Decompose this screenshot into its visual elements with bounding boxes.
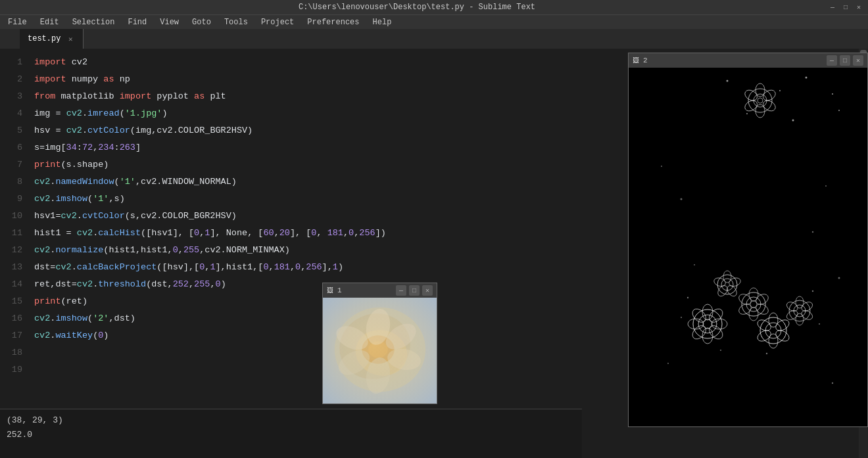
code-line-16: cv2.imshow('2',dst) (34, 310, 582, 327)
svg-point-75 (812, 290, 813, 292)
svg-point-76 (819, 323, 820, 325)
code-line-4: img = cv2.imread('1.jpg') (34, 105, 582, 122)
tab-test-py[interactable]: test.py ✕ (20, 29, 84, 49)
minimize-button[interactable]: — (829, 3, 836, 11)
window1[interactable]: 🖼 1 — □ ✕ (322, 283, 437, 404)
svg-point-77 (720, 350, 721, 351)
svg-point-84 (838, 277, 840, 279)
code-line-13: dst=cv2.calcBackProject([hsv],[0,1],hist… (34, 259, 582, 276)
menu-preferences[interactable]: Preferences (302, 16, 364, 28)
window1-content (323, 298, 437, 403)
code-line-19 (34, 361, 582, 378)
code-line-6: s=img[34:72,234:263] (34, 139, 582, 156)
window2-controls: — □ ✕ (827, 55, 863, 66)
code-line-11: hist1 = cv2.calcHist([hsv1], [0,1], None… (34, 225, 582, 242)
svg-point-24 (779, 90, 781, 91)
svg-point-82 (812, 231, 813, 233)
window1-close[interactable]: ✕ (422, 285, 433, 296)
menu-goto[interactable]: Goto (187, 16, 216, 28)
code-line-7: print(s.shape) (34, 156, 582, 173)
menu-help[interactable]: Help (368, 16, 397, 28)
svg-point-81 (825, 185, 827, 187)
window1-maximize[interactable]: □ (409, 285, 420, 296)
window2-image (629, 68, 867, 426)
svg-point-26 (832, 93, 833, 95)
window1-icon: 🖼 (327, 286, 333, 294)
line-numbers: 12345 678910 1112131415 16171819 (0, 49, 28, 458)
code-line-3: from matplotlib import pyplot as plt (34, 88, 582, 105)
tab-close-button[interactable]: ✕ (66, 34, 75, 43)
window2[interactable]: 🖼 2 — □ ✕ (628, 53, 868, 427)
menu-tools[interactable]: Tools (219, 16, 253, 28)
svg-point-79 (661, 166, 662, 167)
window2-maximize[interactable]: □ (840, 55, 850, 66)
svg-point-85 (667, 363, 669, 364)
tab-bar: ▸ test.py ✕ (0, 29, 868, 49)
code-line-9: cv2.imshow('1',s) (34, 191, 582, 208)
code-container[interactable]: 12345 678910 1112131415 16171819 import … (0, 49, 582, 458)
window1-title: 1 (337, 286, 342, 294)
code-line-14: ret,dst=cv2.threshold(dst,252,255,0) (34, 276, 582, 293)
svg-rect-12 (323, 298, 437, 403)
console-line-2: 252.0 (7, 428, 575, 442)
window1-titlebar[interactable]: 🖼 1 — □ ✕ (323, 283, 437, 298)
window2-close[interactable]: ✕ (853, 55, 863, 66)
svg-point-74 (681, 317, 682, 318)
svg-point-80 (681, 198, 683, 200)
window1-minimize[interactable]: — (396, 285, 406, 296)
close-button[interactable]: ✕ (855, 3, 863, 11)
svg-rect-13 (629, 68, 867, 426)
svg-point-25 (806, 77, 808, 79)
editor-area: 12345 678910 1112131415 16171819 import … (0, 49, 582, 458)
menu-file[interactable]: File (3, 16, 32, 28)
code-line-18 (34, 344, 582, 361)
svg-point-83 (694, 264, 695, 265)
code-line-17: cv2.waitKey(0) (34, 327, 582, 344)
title-bar-controls: — □ ✕ (829, 3, 863, 11)
window1-controls: — □ ✕ (396, 285, 433, 296)
menu-edit[interactable]: Edit (35, 16, 64, 28)
svg-point-23 (727, 80, 729, 82)
svg-point-86 (832, 382, 833, 384)
window2-minimize[interactable]: — (827, 55, 837, 66)
code-line-12: cv2.normalize(hist1,hist1,0,255,cv2.NORM… (34, 242, 582, 259)
svg-point-78 (766, 353, 767, 354)
console-area: (38, 29, 3) 252.0 (0, 409, 582, 458)
window2-titlebar[interactable]: 🖼 2 — □ ✕ (629, 53, 867, 68)
console-line-1: (38, 29, 3) (7, 413, 575, 428)
code-line-15: print(ret) (34, 293, 582, 310)
menu-project[interactable]: Project (256, 16, 299, 28)
window2-content (629, 68, 867, 426)
code-line-8: cv2.namedWindow('1',cv2.WINDOW_NORMAL) (34, 173, 582, 191)
window2-icon: 🖼 (633, 57, 639, 64)
menu-find[interactable]: Find (122, 16, 152, 28)
menu-bar: File Edit Selection Find View Goto Tools… (0, 14, 868, 29)
svg-point-27 (746, 113, 748, 114)
tab-label: test.py (28, 34, 60, 43)
code-line-5: hsv = cv2.cvtColor(img,cv2.COLOR_BGR2HSV… (34, 122, 582, 139)
code-content: import cv2 import numpy as np from matpl… (28, 49, 582, 458)
window2-title: 2 (643, 57, 648, 64)
title-bar-title: C:\Users\lenovouser\Desktop\test.py - Su… (5, 3, 829, 12)
title-bar: C:\Users\lenovouser\Desktop\test.py - Su… (0, 0, 868, 14)
code-line-10: hsv1=cv2.cvtColor(s,cv2.COLOR_BGR2HSV) (34, 208, 582, 225)
code-line-1: import cv2 (34, 54, 582, 71)
svg-point-29 (838, 110, 840, 111)
menu-selection[interactable]: Selection (67, 16, 120, 28)
code-line-2: import numpy as np (34, 71, 582, 88)
svg-point-73 (687, 297, 688, 298)
svg-point-28 (792, 120, 794, 122)
window1-image (323, 298, 437, 403)
menu-view[interactable]: View (155, 16, 184, 28)
maximize-button[interactable]: □ (842, 3, 850, 11)
